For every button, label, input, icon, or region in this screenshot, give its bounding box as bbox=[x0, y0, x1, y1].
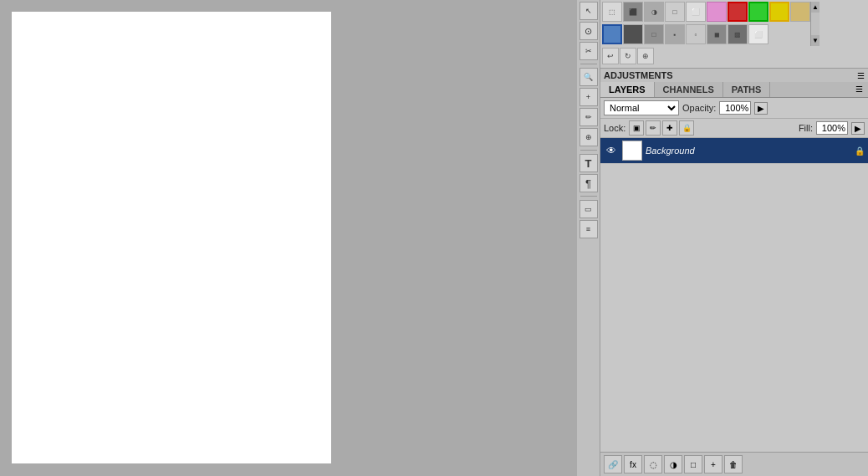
link-layers-btn[interactable]: 🔗 bbox=[604, 455, 622, 473]
adjustments-panel: ADJUSTMENTS ☰ bbox=[600, 68, 868, 82]
tab-layers[interactable]: LAYERS bbox=[600, 82, 655, 97]
canvas-area bbox=[0, 0, 577, 476]
brush-preset-2[interactable]: ⬛ bbox=[623, 2, 643, 22]
new-layer-btn[interactable]: + bbox=[704, 455, 722, 473]
adjustments-label: ADJUSTMENTS bbox=[604, 70, 673, 80]
color-swatch-yellow[interactable] bbox=[769, 2, 789, 22]
adjustments-menu-btn[interactable]: ☰ bbox=[857, 71, 865, 80]
icon-panel-scrollbar[interactable]: ▲ ▼ bbox=[810, 2, 819, 46]
swatch-mid3[interactable]: ◼ bbox=[707, 24, 727, 44]
color-swatch-red[interactable] bbox=[728, 2, 748, 22]
right-panel: ⬚ ⬛ ◑ □ ⬜ bbox=[600, 0, 868, 476]
layers-panel-menu[interactable]: ☰ bbox=[850, 82, 868, 97]
tab-channels[interactable]: CHANNELS bbox=[655, 82, 723, 97]
mini-tool-2[interactable]: ↻ bbox=[620, 48, 636, 64]
layer-item-background[interactable]: 👁 Background 🔒 bbox=[600, 138, 868, 164]
swatch-light1[interactable]: ▫ bbox=[686, 24, 706, 44]
scroll-track[interactable] bbox=[811, 13, 819, 35]
lock-position-btn[interactable]: ✚ bbox=[662, 120, 677, 136]
color-swatch-pink[interactable] bbox=[707, 2, 727, 22]
color-swatch-green[interactable] bbox=[748, 2, 768, 22]
lock-image-btn[interactable]: ▣ bbox=[629, 120, 644, 136]
icon-row-1: ⬚ ⬛ ◑ □ ⬜ bbox=[602, 2, 810, 22]
fill-label: Fill: bbox=[799, 123, 813, 133]
toolbar-strip: ↖ ⊙ ✂ 🔍 + ✏ ⊕ T ¶ ▭ ≡ bbox=[577, 0, 600, 476]
lock-label: Lock: bbox=[604, 123, 625, 133]
icon-rows: ⬚ ⬛ ◑ □ ⬜ bbox=[600, 0, 868, 68]
fill-input[interactable] bbox=[816, 121, 848, 135]
layer-style-btn[interactable]: fx bbox=[624, 455, 642, 473]
panel-tabs: LAYERS CHANNELS PATHS ☰ bbox=[600, 82, 868, 98]
tool-separator-2 bbox=[580, 150, 597, 151]
swatch-pattern[interactable]: ▩ bbox=[728, 24, 748, 44]
blend-opacity-row: Normal Dissolve Multiply Screen Overlay … bbox=[600, 98, 868, 119]
brush-preset-1[interactable]: ⬚ bbox=[602, 2, 622, 22]
tab-paths[interactable]: PATHS bbox=[723, 82, 771, 97]
healing-tool[interactable]: + bbox=[580, 88, 598, 106]
scroll-up-arrow[interactable]: ▲ bbox=[812, 2, 819, 13]
opacity-arrow[interactable]: ▶ bbox=[754, 102, 768, 115]
icon-row-2: □ ▪ ▫ ◼ ▩ ⬜ bbox=[602, 24, 810, 44]
layer-bottom-tools: 🔗 fx ◌ ◑ □ + 🗑 bbox=[600, 452, 868, 476]
layer-thumbnail bbox=[622, 141, 642, 161]
shape-layer-tool[interactable]: ▭ bbox=[580, 200, 598, 218]
paragraph-tool[interactable]: ¶ bbox=[580, 174, 598, 192]
crop-tool[interactable]: ✂ bbox=[580, 42, 598, 60]
fill-arrow[interactable]: ▶ bbox=[851, 122, 865, 135]
brush-tool[interactable]: ✏ bbox=[580, 108, 598, 126]
mini-tool-3[interactable]: ⊕ bbox=[637, 48, 654, 64]
mini-toolbar-row: ↩ ↻ ⊕ bbox=[602, 48, 866, 64]
lock-row: Lock: ▣ ✏ ✚ 🔒 Fill: ▶ bbox=[600, 119, 868, 138]
move-tool[interactable]: ↖ bbox=[580, 2, 598, 20]
eyedropper-tool[interactable]: 🔍 bbox=[580, 68, 598, 86]
brush-preset-5[interactable]: ⬜ bbox=[686, 2, 706, 22]
group-btn[interactable]: □ bbox=[684, 455, 702, 473]
brush-preset-3[interactable]: ◑ bbox=[644, 2, 664, 22]
scroll-down-arrow[interactable]: ▼ bbox=[812, 35, 819, 46]
tool-separator-1 bbox=[580, 64, 597, 64]
type-tool[interactable]: T bbox=[580, 154, 598, 172]
stamp-tool[interactable]: ⊕ bbox=[580, 128, 598, 146]
lock-brush-btn[interactable]: ✏ bbox=[646, 120, 661, 136]
swatch-blue-active[interactable] bbox=[602, 24, 622, 44]
color-swatch-extra[interactable] bbox=[790, 2, 810, 22]
swatch-white[interactable]: ⬜ bbox=[748, 24, 768, 44]
blend-mode-select[interactable]: Normal Dissolve Multiply Screen Overlay bbox=[604, 100, 679, 115]
layer-list[interactable]: 👁 Background 🔒 bbox=[600, 138, 868, 452]
tool-separator-3 bbox=[580, 196, 597, 197]
layer-name: Background bbox=[646, 146, 851, 156]
visibility-icon[interactable]: 👁 bbox=[604, 143, 619, 158]
delete-layer-btn[interactable]: 🗑 bbox=[724, 455, 743, 473]
document-canvas bbox=[12, 12, 331, 463]
swatch-mid1[interactable]: □ bbox=[644, 24, 664, 44]
mini-tool-1[interactable]: ↩ bbox=[602, 48, 619, 64]
layer-lock-icon: 🔒 bbox=[855, 146, 865, 156]
adjustment-btn[interactable]: ◑ bbox=[664, 455, 682, 473]
notes-tool[interactable]: ≡ bbox=[580, 220, 598, 238]
lock-all-btn[interactable]: 🔒 bbox=[679, 120, 694, 136]
mask-btn[interactable]: ◌ bbox=[644, 455, 662, 473]
layers-panel: LAYERS CHANNELS PATHS ☰ Normal Dissolve … bbox=[600, 82, 868, 476]
swatch-mid2[interactable]: ▪ bbox=[665, 24, 685, 44]
swatch-dark[interactable] bbox=[623, 24, 643, 44]
brush-preset-4[interactable]: □ bbox=[665, 2, 685, 22]
lock-icons: ▣ ✏ ✚ 🔒 bbox=[629, 120, 694, 136]
opacity-label: Opacity: bbox=[682, 103, 716, 113]
opacity-input[interactable] bbox=[719, 101, 751, 115]
lasso-tool[interactable]: ⊙ bbox=[580, 22, 598, 40]
